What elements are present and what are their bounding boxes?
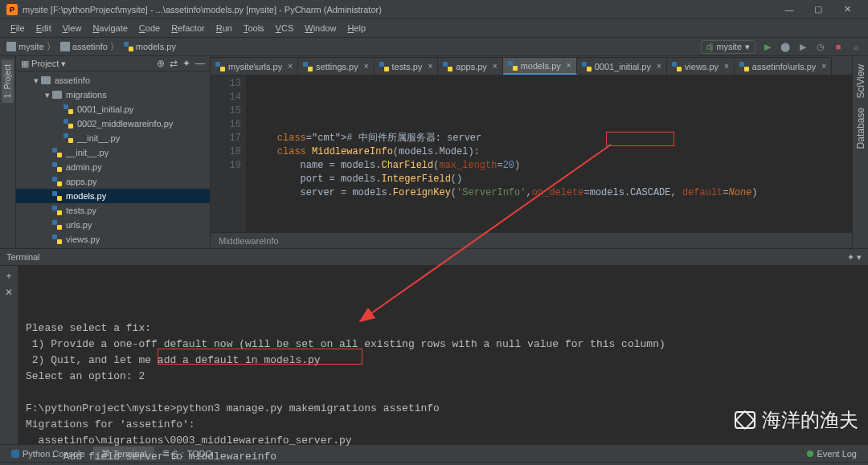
editor-breadcrumb[interactable]: MiddlewareInfo (211, 232, 852, 248)
breadcrumb-pkg[interactable]: assetinfo〉 (60, 41, 119, 53)
maximize-button[interactable]: ▢ (804, 2, 833, 18)
coverage-button[interactable]: ▶ (797, 41, 809, 52)
code-content[interactable]: class="cmt"># 中间件所属服务器: server class Mid… (246, 75, 852, 232)
watermark: 海洋的渔夫 (735, 407, 858, 433)
tree-item[interactable]: 0002_middlewareinfo.py (16, 116, 210, 131)
editor-tabs: mysite\urls.py×settings.py×tests.py×apps… (211, 56, 852, 75)
editor-tab[interactable]: assetinfo\urls.py× (735, 57, 832, 75)
run-config-combo[interactable]: djmysite ▾ (701, 40, 755, 54)
tree-item[interactable]: ▾migrations (16, 88, 210, 102)
close-button[interactable]: ✕ (833, 2, 862, 18)
project-tool-window: ▦ Project ▾ ⊕ ⇄ ✦ — ▾assetinfo▾migration… (16, 56, 211, 248)
menu-view[interactable]: View (57, 22, 88, 35)
tree-item[interactable]: views.py (16, 232, 210, 247)
side-tab-database[interactable]: Database (854, 103, 868, 153)
menu-tools[interactable]: Tools (238, 22, 270, 35)
side-tab-sciview[interactable]: SciView (854, 59, 868, 103)
new-session-button[interactable]: + (6, 271, 11, 282)
close-tab-icon[interactable]: × (724, 62, 729, 71)
close-tab-icon[interactable]: × (493, 62, 497, 71)
menu-help[interactable]: Help (342, 22, 371, 35)
annotation-highlight-box (158, 349, 362, 365)
tree-item[interactable]: 0001_initial.py (16, 102, 210, 116)
collapse-icon[interactable]: ⊕ (157, 58, 165, 69)
run-button[interactable]: ▶ (762, 41, 773, 52)
editor-tab[interactable]: mysite\urls.py× (211, 57, 298, 75)
close-tab-icon[interactable]: × (567, 61, 571, 70)
line-gutter: 13141516171819 (211, 75, 246, 232)
tree-item[interactable]: apps.py (16, 174, 210, 189)
menu-window[interactable]: Window (299, 22, 342, 35)
project-tree[interactable]: ▾assetinfo▾migrations0001_initial.py0002… (16, 71, 210, 248)
terminal-settings-icon[interactable]: ✦ ▾ (847, 252, 862, 263)
tree-item[interactable]: admin.py (16, 160, 210, 174)
tree-item[interactable]: ▾mysite (16, 247, 210, 248)
close-tab-icon[interactable]: × (364, 62, 369, 71)
wechat-icon (735, 411, 755, 429)
gear-icon[interactable]: ✦ (182, 58, 190, 69)
menu-edit[interactable]: Edit (31, 22, 57, 35)
editor-tab[interactable]: models.py× (503, 57, 577, 75)
editor-tab[interactable]: 0001_initial.py× (577, 57, 667, 75)
menu-navigate[interactable]: Navigate (87, 22, 133, 35)
search-everywhere-button[interactable]: ⌕ (850, 41, 862, 52)
profile-button[interactable]: ◷ (815, 41, 826, 52)
navigation-bar: mysite〉 assetinfo〉 models.py djmysite ▾ … (0, 37, 868, 56)
editor-tab[interactable]: apps.py× (438, 57, 502, 75)
tree-item[interactable]: ▾assetinfo (16, 73, 210, 88)
project-panel-title: Project (31, 59, 59, 68)
stop-button[interactable]: ■ (833, 41, 844, 52)
code-editor[interactable]: 13141516171819 class="cmt"># 中间件所属服务器: s… (211, 75, 852, 232)
editor-area: mysite\urls.py×settings.py×tests.py×apps… (211, 56, 852, 248)
menu-code[interactable]: Code (133, 22, 166, 35)
side-tab-project[interactable]: 1: Project (2, 59, 14, 103)
breadcrumb-file[interactable]: models.py (124, 42, 176, 51)
right-tool-strip: SciView Database (852, 56, 868, 248)
breadcrumb-root[interactable]: mysite〉 (6, 41, 55, 53)
close-session-button[interactable]: ✕ (5, 287, 13, 298)
title-bar: P mysite [F:\pythonProject\mysite] - ...… (0, 0, 868, 19)
annotation-highlight-box (606, 132, 674, 146)
tree-item[interactable]: __init__.py (16, 145, 210, 160)
terminal-title: Terminal (6, 252, 847, 262)
menu-bar: FileEditViewNavigateCodeRefactorRunTools… (0, 19, 868, 37)
editor-tab[interactable]: tests.py× (375, 57, 439, 75)
tree-item[interactable]: models.py (16, 189, 210, 203)
doc-icon[interactable]: ⇄ (170, 58, 178, 69)
editor-tab[interactable]: views.py× (667, 57, 735, 75)
tree-item[interactable]: __init__.py (16, 131, 210, 145)
close-tab-icon[interactable]: × (288, 62, 293, 71)
terminal-toolbar: + ✕ (0, 266, 18, 444)
close-tab-icon[interactable]: × (657, 62, 661, 71)
tree-item[interactable]: tests.py (16, 203, 210, 218)
menu-refactor[interactable]: Refactor (166, 22, 211, 35)
close-tab-icon[interactable]: × (821, 62, 826, 71)
left-tool-strip: 1: Project (0, 56, 16, 248)
menu-run[interactable]: Run (211, 22, 238, 35)
close-tab-icon[interactable]: × (428, 62, 432, 71)
tree-item[interactable]: urls.py (16, 218, 210, 232)
debug-button[interactable]: ⬤ (780, 41, 791, 52)
editor-tab[interactable]: settings.py× (298, 57, 374, 75)
menu-vcs[interactable]: VCS (270, 22, 300, 35)
hide-icon[interactable]: — (195, 58, 205, 69)
menu-file[interactable]: File (5, 22, 31, 35)
window-title: mysite [F:\pythonProject\mysite] - ...\a… (23, 5, 382, 14)
app-icon: P (6, 4, 18, 15)
minimize-button[interactable]: — (775, 2, 804, 18)
